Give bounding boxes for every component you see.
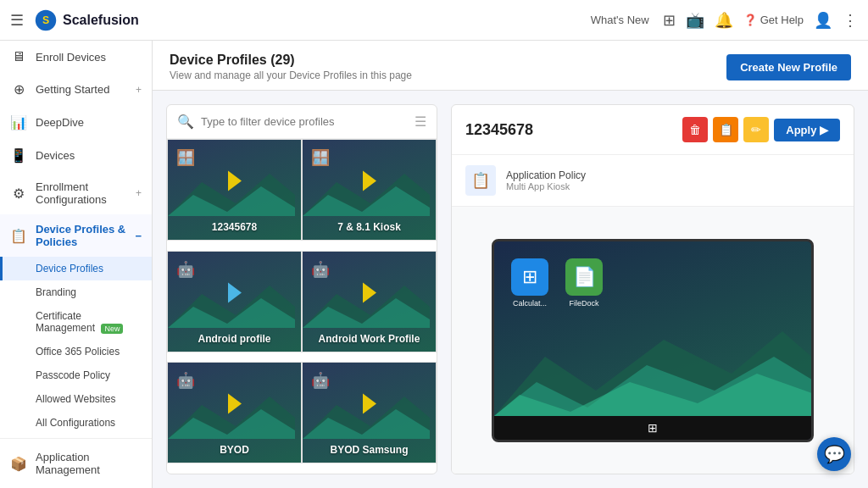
page-title: Device Profiles (29) <box>170 53 412 68</box>
android-icon: 🤖 <box>311 260 330 279</box>
sidebar-item-app-management[interactable]: 📦 Application Management <box>0 442 152 485</box>
nav-left: ☰ S Scalefusion <box>10 8 139 32</box>
expand-icon: + <box>136 187 142 199</box>
profile-card-byod-samsung[interactable]: 🤖 BYOD Samsung <box>302 362 437 463</box>
delete-button[interactable]: 🗑 <box>682 117 708 142</box>
search-input[interactable] <box>201 115 408 128</box>
app-management-icon: 📦 <box>10 456 27 472</box>
page-subtitle: View and manage all your Device Profiles… <box>170 69 412 81</box>
logo: S Scalefusion <box>34 8 139 32</box>
arrow-icon <box>356 279 383 311</box>
sidebar-item-enrollment-config[interactable]: ⚙ Enrollment Configurations + <box>0 172 152 214</box>
arrow-icon <box>221 279 248 311</box>
get-help-button[interactable]: ❓ Get Help <box>743 14 804 26</box>
arrow-icon <box>221 391 248 423</box>
profile-card-android-work-profile[interactable]: 🤖 Android Work Profile <box>302 251 437 352</box>
tablet-preview: ⊞ Calculat... 📄 FileDock <box>492 239 814 442</box>
apply-button[interactable]: Apply ▶ <box>774 119 840 141</box>
arrow-icon <box>356 167 383 199</box>
sidebar-item-label: Enroll Devices <box>36 51 142 64</box>
collapse-icon: − <box>135 230 142 242</box>
sidebar-sub-item-branding[interactable]: Branding <box>0 280 152 304</box>
arrow-icon <box>221 167 248 199</box>
logo-icon: S <box>34 8 58 32</box>
profile-card-label: 12345678 <box>168 221 301 233</box>
more-options-icon[interactable]: ⋮ <box>843 11 858 30</box>
enroll-devices-icon: 🖥 <box>10 49 27 64</box>
policy-type: Application Policy <box>506 169 586 181</box>
calculator-label: Calculat... <box>513 299 547 308</box>
svg-marker-10 <box>228 282 242 302</box>
sidebar-sub-item-cert-management[interactable]: Certificate Management New <box>0 304 152 340</box>
sidebar-sub-item-passcode[interactable]: Passcode Policy <box>0 363 152 387</box>
sidebar-item-device-profiles-policies[interactable]: 📋 Device Profiles & Policies − <box>0 214 152 257</box>
sidebar-item-label: Devices <box>36 149 142 162</box>
profile-detail-panel: 12345678 🗑 📋 ✏ Apply ▶ 📋 Application Pol… <box>451 104 854 474</box>
detail-policy: 📋 Application Policy Multi App Kiosk <box>452 155 854 207</box>
expand-icon: + <box>136 84 142 96</box>
profile-list-panel: 🔍 ☰ 🪟 <box>166 104 437 474</box>
sidebar-sub-item-allowed-websites[interactable]: Allowed Websites <box>0 387 152 411</box>
sidebar-item-label: DeepDive <box>36 116 142 129</box>
profiles-grid: 🪟 12345678 🪟 <box>167 139 437 474</box>
nav-right: What's New ⊞ 📺 🔔 ❓ Get Help 👤 ⋮ <box>591 11 858 30</box>
chat-widget[interactable]: 💬 <box>817 437 851 471</box>
android-icon: 🤖 <box>311 371 330 390</box>
android-icon: 🤖 <box>176 371 195 390</box>
deepdive-icon: 📊 <box>10 114 27 130</box>
profile-card-label: 7 & 8.1 Kiosk <box>303 221 436 233</box>
android-icon: 🤖 <box>176 260 195 279</box>
svg-marker-16 <box>228 394 242 414</box>
sidebar-sub-item-office365[interactable]: Office 365 Policies <box>0 340 152 363</box>
detail-actions: 🗑 📋 ✏ Apply ▶ <box>682 117 840 142</box>
sidebar-sub-item-all-configurations[interactable]: All Configurations <box>0 411 152 435</box>
sidebar-item-label: Enrollment Configurations <box>36 180 127 206</box>
enrollment-icon: ⚙ <box>10 186 27 202</box>
sidebar-item-conditional-email[interactable]: ✉ Conditional Email Access <box>0 485 152 488</box>
grid-icon[interactable]: ⊞ <box>663 11 676 30</box>
calculator-icon-box: ⊞ <box>511 258 548 296</box>
device-profiles-icon: 📋 <box>10 228 27 244</box>
edit-button[interactable]: ✏ <box>743 117 769 142</box>
nav-icons: ⊞ 📺 🔔 ❓ Get Help 👤 ⋮ <box>663 11 858 30</box>
tablet-screen: ⊞ Calculat... 📄 FileDock <box>494 241 811 416</box>
sidebar-item-label: Application Management <box>36 451 142 476</box>
sidebar-sub-item-device-profiles[interactable]: Device Profiles <box>0 257 152 280</box>
profile-card-label: BYOD <box>168 444 301 456</box>
cast-icon[interactable]: 📺 <box>686 11 704 30</box>
svg-marker-13 <box>363 282 376 302</box>
sidebar-item-deepdive[interactable]: 📊 DeepDive <box>0 106 152 139</box>
page-header-left: Device Profiles (29) View and manage all… <box>170 53 412 81</box>
copy-button[interactable]: 📋 <box>713 117 738 142</box>
logo-text: Scalefusion <box>63 13 139 28</box>
tablet-taskbar: ⊞ <box>494 416 811 440</box>
new-badge: New <box>101 324 123 334</box>
profile-card-android-profile[interactable]: 🤖 Android profile <box>167 251 302 352</box>
sidebar-item-getting-started[interactable]: ⊕ Getting Started + <box>0 73 152 106</box>
whats-new-link[interactable]: What's New <box>591 14 649 26</box>
cert-management-label: Certificate Management <box>36 310 95 334</box>
windows-icon: 🪟 <box>176 148 195 167</box>
bell-icon[interactable]: 🔔 <box>715 11 733 30</box>
search-bar: 🔍 ☰ <box>167 105 437 139</box>
main-layout: 🖥 Enroll Devices ⊕ Getting Started + 📊 D… <box>0 41 868 488</box>
create-new-profile-button[interactable]: Create New Profile <box>726 54 851 80</box>
filter-icon[interactable]: ☰ <box>415 114 426 130</box>
sidebar-item-enroll-devices[interactable]: 🖥 Enroll Devices <box>0 41 152 73</box>
policy-icon: 📋 <box>465 165 496 196</box>
svg-text:S: S <box>42 14 49 26</box>
content-area: Device Profiles (29) View and manage all… <box>153 41 868 488</box>
profile-card-12345678[interactable]: 🪟 12345678 <box>167 139 302 241</box>
policy-subtype: Multi App Kiosk <box>506 181 586 191</box>
user-icon[interactable]: 👤 <box>814 11 832 30</box>
windows-icon: 🪟 <box>311 148 330 167</box>
content-panels: 🔍 ☰ 🪟 <box>153 91 868 488</box>
app-icon-calculator: ⊞ Calculat... <box>511 258 548 308</box>
sidebar-subsection: Device Profiles Branding Certificate Man… <box>0 257 152 435</box>
profile-card-7-8-1-kiosk[interactable]: 🪟 7 & 8.1 Kiosk <box>302 139 437 241</box>
profile-card-label: Android profile <box>168 333 301 345</box>
detail-title: 12345678 <box>465 121 533 139</box>
sidebar-item-devices[interactable]: 📱 Devices <box>0 139 152 172</box>
hamburger-icon[interactable]: ☰ <box>10 11 24 30</box>
profile-card-byod[interactable]: 🤖 BYOD <box>167 362 302 463</box>
